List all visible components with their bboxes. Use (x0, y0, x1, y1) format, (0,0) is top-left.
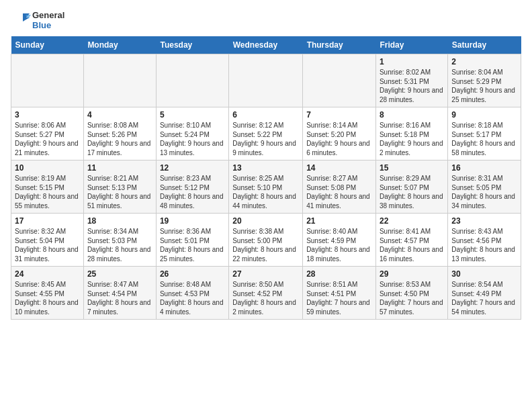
day-info: Sunrise: 8:50 AMSunset: 4:52 PMDaylight:… (232, 280, 299, 316)
day-info: Sunrise: 8:45 AMSunset: 4:55 PMDaylight:… (15, 280, 80, 316)
col-header-monday: Monday (83, 36, 156, 54)
day-info: Sunrise: 8:08 AMSunset: 5:26 PMDaylight:… (87, 121, 152, 157)
day-info: Sunrise: 8:36 AMSunset: 5:01 PMDaylight:… (160, 227, 225, 263)
day-number: 30 (451, 269, 517, 279)
calendar-cell: 18Sunrise: 8:34 AMSunset: 5:03 PMDayligh… (83, 214, 156, 267)
col-header-saturday: Saturday (448, 36, 521, 54)
day-number: 23 (451, 216, 517, 226)
calendar-header-row: SundayMondayTuesdayWednesdayThursdayFrid… (11, 36, 521, 54)
calendar-week-row: 1Sunrise: 8:02 AMSunset: 5:31 PMDaylight… (11, 54, 521, 107)
day-number: 28 (306, 269, 372, 279)
day-number: 20 (232, 216, 299, 226)
day-info: Sunrise: 8:40 AMSunset: 4:59 PMDaylight:… (306, 227, 372, 263)
calendar-cell: 10Sunrise: 8:19 AMSunset: 5:15 PMDayligh… (11, 161, 84, 214)
day-info: Sunrise: 8:41 AMSunset: 4:57 PMDaylight:… (380, 227, 444, 263)
day-number: 27 (232, 269, 299, 279)
logo-svg: General Blue (11, 11, 64, 31)
calendar-cell (156, 54, 228, 107)
day-info: Sunrise: 8:21 AMSunset: 5:13 PMDaylight:… (87, 174, 152, 210)
calendar-cell: 13Sunrise: 8:25 AMSunset: 5:10 PMDayligh… (229, 161, 303, 214)
calendar-cell: 19Sunrise: 8:36 AMSunset: 5:01 PMDayligh… (156, 214, 228, 267)
day-number: 12 (160, 163, 225, 173)
calendar-cell: 15Sunrise: 8:29 AMSunset: 5:07 PMDayligh… (375, 161, 447, 214)
day-number: 5 (160, 110, 225, 120)
day-number: 8 (380, 110, 444, 120)
calendar-cell: 27Sunrise: 8:50 AMSunset: 4:52 PMDayligh… (229, 267, 303, 320)
day-info: Sunrise: 8:10 AMSunset: 5:24 PMDaylight:… (160, 121, 225, 157)
day-info: Sunrise: 8:27 AMSunset: 5:08 PMDaylight:… (306, 174, 372, 210)
day-number: 24 (15, 269, 80, 279)
calendar-cell: 1Sunrise: 8:02 AMSunset: 5:31 PMDaylight… (375, 54, 447, 107)
calendar-cell: 17Sunrise: 8:32 AMSunset: 5:04 PMDayligh… (11, 214, 84, 267)
calendar-cell: 24Sunrise: 8:45 AMSunset: 4:55 PMDayligh… (11, 267, 84, 320)
day-info: Sunrise: 8:32 AMSunset: 5:04 PMDaylight:… (15, 227, 80, 263)
calendar-cell: 6Sunrise: 8:12 AMSunset: 5:22 PMDaylight… (229, 107, 303, 161)
col-header-thursday: Thursday (303, 36, 376, 54)
day-number: 10 (15, 163, 80, 173)
calendar-cell: 21Sunrise: 8:40 AMSunset: 4:59 PMDayligh… (303, 214, 376, 267)
day-number: 21 (306, 216, 372, 226)
day-info: Sunrise: 8:25 AMSunset: 5:10 PMDaylight:… (232, 174, 299, 210)
page-header: General Blue (11, 11, 521, 31)
day-info: Sunrise: 8:23 AMSunset: 5:12 PMDaylight:… (160, 174, 225, 210)
day-info: Sunrise: 8:12 AMSunset: 5:22 PMDaylight:… (232, 121, 299, 157)
calendar-cell: 30Sunrise: 8:54 AMSunset: 4:49 PMDayligh… (448, 267, 521, 320)
calendar-cell: 22Sunrise: 8:41 AMSunset: 4:57 PMDayligh… (375, 214, 447, 267)
day-number: 26 (160, 269, 225, 279)
day-number: 25 (87, 269, 152, 279)
day-number: 9 (451, 110, 517, 120)
calendar-cell (303, 54, 376, 107)
day-info: Sunrise: 8:54 AMSunset: 4:49 PMDaylight:… (451, 280, 517, 316)
calendar-cell: 11Sunrise: 8:21 AMSunset: 5:13 PMDayligh… (83, 161, 156, 214)
day-info: Sunrise: 8:16 AMSunset: 5:18 PMDaylight:… (380, 121, 444, 157)
calendar-cell: 2Sunrise: 8:04 AMSunset: 5:29 PMDaylight… (448, 54, 521, 107)
day-number: 6 (232, 110, 299, 120)
day-info: Sunrise: 8:29 AMSunset: 5:07 PMDaylight:… (380, 174, 444, 210)
day-number: 15 (380, 163, 444, 173)
calendar-table: SundayMondayTuesdayWednesdayThursdayFrid… (11, 36, 521, 320)
day-info: Sunrise: 8:48 AMSunset: 4:53 PMDaylight:… (160, 280, 225, 316)
calendar-cell: 29Sunrise: 8:53 AMSunset: 4:50 PMDayligh… (375, 267, 447, 320)
day-number: 7 (306, 110, 372, 120)
logo: General Blue (11, 11, 64, 31)
day-info: Sunrise: 8:43 AMSunset: 4:56 PMDaylight:… (451, 227, 517, 263)
calendar-week-row: 17Sunrise: 8:32 AMSunset: 5:04 PMDayligh… (11, 214, 521, 267)
day-number: 17 (15, 216, 80, 226)
day-number: 29 (380, 269, 444, 279)
day-info: Sunrise: 8:18 AMSunset: 5:17 PMDaylight:… (451, 121, 517, 157)
calendar-cell: 23Sunrise: 8:43 AMSunset: 4:56 PMDayligh… (448, 214, 521, 267)
calendar-week-row: 10Sunrise: 8:19 AMSunset: 5:15 PMDayligh… (11, 161, 521, 214)
calendar-week-row: 3Sunrise: 8:06 AMSunset: 5:27 PMDaylight… (11, 107, 521, 161)
day-info: Sunrise: 8:53 AMSunset: 4:50 PMDaylight:… (380, 280, 444, 316)
calendar-cell: 20Sunrise: 8:38 AMSunset: 5:00 PMDayligh… (229, 214, 303, 267)
calendar-cell: 9Sunrise: 8:18 AMSunset: 5:17 PMDaylight… (448, 107, 521, 161)
day-number: 2 (451, 57, 517, 66)
calendar-week-row: 24Sunrise: 8:45 AMSunset: 4:55 PMDayligh… (11, 267, 521, 320)
calendar-cell (83, 54, 156, 107)
calendar-cell: 5Sunrise: 8:10 AMSunset: 5:24 PMDaylight… (156, 107, 228, 161)
day-info: Sunrise: 8:31 AMSunset: 5:05 PMDaylight:… (451, 174, 517, 210)
calendar-cell: 28Sunrise: 8:51 AMSunset: 4:51 PMDayligh… (303, 267, 376, 320)
logo-general: General (32, 11, 64, 21)
calendar-cell (11, 54, 84, 107)
day-info: Sunrise: 8:06 AMSunset: 5:27 PMDaylight:… (15, 121, 80, 157)
day-number: 22 (380, 216, 444, 226)
calendar-cell (229, 54, 303, 107)
day-info: Sunrise: 8:14 AMSunset: 5:20 PMDaylight:… (306, 121, 372, 157)
day-number: 16 (451, 163, 517, 173)
day-number: 11 (87, 163, 152, 173)
day-info: Sunrise: 8:04 AMSunset: 5:29 PMDaylight:… (451, 68, 517, 104)
day-number: 3 (15, 110, 80, 120)
day-number: 19 (160, 216, 225, 226)
day-info: Sunrise: 8:38 AMSunset: 5:00 PMDaylight:… (232, 227, 299, 263)
day-info: Sunrise: 8:34 AMSunset: 5:03 PMDaylight:… (87, 227, 152, 263)
day-number: 4 (87, 110, 152, 120)
calendar-cell: 12Sunrise: 8:23 AMSunset: 5:12 PMDayligh… (156, 161, 228, 214)
col-header-wednesday: Wednesday (229, 36, 303, 54)
col-header-sunday: Sunday (11, 36, 84, 54)
logo-bird-icon (11, 11, 31, 31)
calendar-cell: 26Sunrise: 8:48 AMSunset: 4:53 PMDayligh… (156, 267, 228, 320)
calendar-cell: 8Sunrise: 8:16 AMSunset: 5:18 PMDaylight… (375, 107, 447, 161)
col-header-tuesday: Tuesday (156, 36, 228, 54)
day-number: 13 (232, 163, 299, 173)
